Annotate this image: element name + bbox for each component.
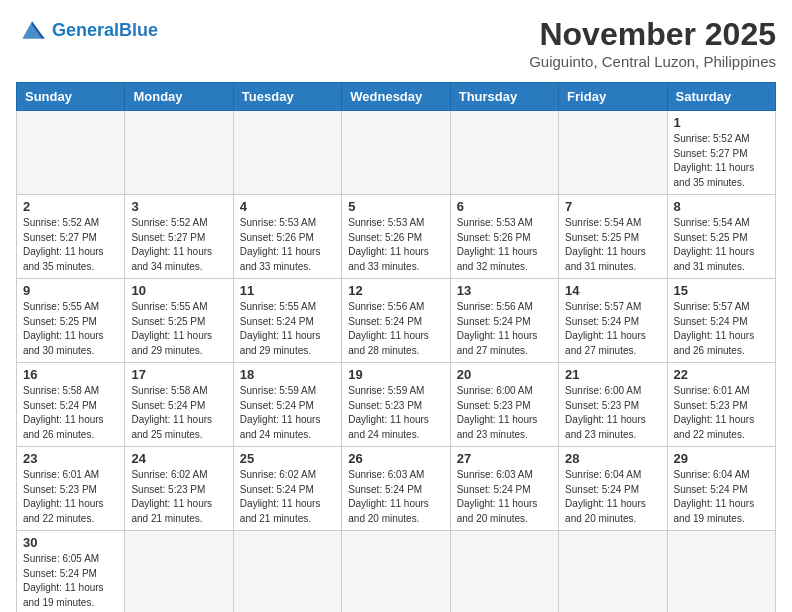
- calendar-cell: 12Sunrise: 5:56 AM Sunset: 5:24 PM Dayli…: [342, 279, 450, 363]
- day-info: Sunrise: 5:55 AM Sunset: 5:25 PM Dayligh…: [131, 300, 226, 358]
- calendar-cell: 21Sunrise: 6:00 AM Sunset: 5:23 PM Dayli…: [559, 363, 667, 447]
- week-row-3: 16Sunrise: 5:58 AM Sunset: 5:24 PM Dayli…: [17, 363, 776, 447]
- day-info: Sunrise: 6:03 AM Sunset: 5:24 PM Dayligh…: [348, 468, 443, 526]
- calendar-cell: 16Sunrise: 5:58 AM Sunset: 5:24 PM Dayli…: [17, 363, 125, 447]
- calendar-cell: 23Sunrise: 6:01 AM Sunset: 5:23 PM Dayli…: [17, 447, 125, 531]
- day-info: Sunrise: 6:00 AM Sunset: 5:23 PM Dayligh…: [565, 384, 660, 442]
- day-number: 11: [240, 283, 335, 298]
- calendar-cell: 24Sunrise: 6:02 AM Sunset: 5:23 PM Dayli…: [125, 447, 233, 531]
- calendar-cell: [17, 111, 125, 195]
- day-info: Sunrise: 5:52 AM Sunset: 5:27 PM Dayligh…: [23, 216, 118, 274]
- calendar-cell: 14Sunrise: 5:57 AM Sunset: 5:24 PM Dayli…: [559, 279, 667, 363]
- day-number: 25: [240, 451, 335, 466]
- day-info: Sunrise: 6:01 AM Sunset: 5:23 PM Dayligh…: [674, 384, 769, 442]
- week-row-4: 23Sunrise: 6:01 AM Sunset: 5:23 PM Dayli…: [17, 447, 776, 531]
- day-number: 4: [240, 199, 335, 214]
- day-number: 16: [23, 367, 118, 382]
- day-number: 13: [457, 283, 552, 298]
- calendar-cell: 27Sunrise: 6:03 AM Sunset: 5:24 PM Dayli…: [450, 447, 558, 531]
- calendar-cell: [559, 531, 667, 613]
- day-info: Sunrise: 6:01 AM Sunset: 5:23 PM Dayligh…: [23, 468, 118, 526]
- weekday-header-wednesday: Wednesday: [342, 83, 450, 111]
- week-row-0: 1Sunrise: 5:52 AM Sunset: 5:27 PM Daylig…: [17, 111, 776, 195]
- calendar-cell: 13Sunrise: 5:56 AM Sunset: 5:24 PM Dayli…: [450, 279, 558, 363]
- day-number: 3: [131, 199, 226, 214]
- calendar-cell: 3Sunrise: 5:52 AM Sunset: 5:27 PM Daylig…: [125, 195, 233, 279]
- day-number: 26: [348, 451, 443, 466]
- weekday-header-saturday: Saturday: [667, 83, 775, 111]
- calendar-cell: [559, 111, 667, 195]
- day-number: 28: [565, 451, 660, 466]
- calendar-cell: 29Sunrise: 6:04 AM Sunset: 5:24 PM Dayli…: [667, 447, 775, 531]
- weekday-header-row: SundayMondayTuesdayWednesdayThursdayFrid…: [17, 83, 776, 111]
- calendar-cell: 26Sunrise: 6:03 AM Sunset: 5:24 PM Dayli…: [342, 447, 450, 531]
- calendar-cell: 17Sunrise: 5:58 AM Sunset: 5:24 PM Dayli…: [125, 363, 233, 447]
- header: GeneralBlue November 2025 Guiguinto, Cen…: [16, 16, 776, 70]
- calendar-cell: 5Sunrise: 5:53 AM Sunset: 5:26 PM Daylig…: [342, 195, 450, 279]
- day-info: Sunrise: 5:53 AM Sunset: 5:26 PM Dayligh…: [348, 216, 443, 274]
- day-info: Sunrise: 6:02 AM Sunset: 5:24 PM Dayligh…: [240, 468, 335, 526]
- calendar-cell: [450, 111, 558, 195]
- weekday-header-tuesday: Tuesday: [233, 83, 341, 111]
- day-info: Sunrise: 5:57 AM Sunset: 5:24 PM Dayligh…: [565, 300, 660, 358]
- calendar-cell: 1Sunrise: 5:52 AM Sunset: 5:27 PM Daylig…: [667, 111, 775, 195]
- day-number: 7: [565, 199, 660, 214]
- day-number: 6: [457, 199, 552, 214]
- calendar-cell: [450, 531, 558, 613]
- title-area: November 2025 Guiguinto, Central Luzon, …: [529, 16, 776, 70]
- day-number: 19: [348, 367, 443, 382]
- day-info: Sunrise: 5:54 AM Sunset: 5:25 PM Dayligh…: [674, 216, 769, 274]
- day-number: 10: [131, 283, 226, 298]
- day-info: Sunrise: 5:52 AM Sunset: 5:27 PM Dayligh…: [131, 216, 226, 274]
- day-number: 18: [240, 367, 335, 382]
- calendar-cell: [125, 111, 233, 195]
- week-row-1: 2Sunrise: 5:52 AM Sunset: 5:27 PM Daylig…: [17, 195, 776, 279]
- calendar-cell: [667, 531, 775, 613]
- day-number: 2: [23, 199, 118, 214]
- location-title: Guiguinto, Central Luzon, Philippines: [529, 53, 776, 70]
- calendar-cell: 9Sunrise: 5:55 AM Sunset: 5:25 PM Daylig…: [17, 279, 125, 363]
- calendar-table: SundayMondayTuesdayWednesdayThursdayFrid…: [16, 82, 776, 612]
- day-info: Sunrise: 5:56 AM Sunset: 5:24 PM Dayligh…: [348, 300, 443, 358]
- calendar-cell: [342, 111, 450, 195]
- calendar-cell: 28Sunrise: 6:04 AM Sunset: 5:24 PM Dayli…: [559, 447, 667, 531]
- day-info: Sunrise: 5:55 AM Sunset: 5:24 PM Dayligh…: [240, 300, 335, 358]
- day-number: 1: [674, 115, 769, 130]
- day-number: 29: [674, 451, 769, 466]
- week-row-5: 30Sunrise: 6:05 AM Sunset: 5:24 PM Dayli…: [17, 531, 776, 613]
- day-info: Sunrise: 5:57 AM Sunset: 5:24 PM Dayligh…: [674, 300, 769, 358]
- logo-general: General: [52, 20, 119, 40]
- day-info: Sunrise: 5:54 AM Sunset: 5:25 PM Dayligh…: [565, 216, 660, 274]
- calendar-cell: 20Sunrise: 6:00 AM Sunset: 5:23 PM Dayli…: [450, 363, 558, 447]
- calendar-cell: 15Sunrise: 5:57 AM Sunset: 5:24 PM Dayli…: [667, 279, 775, 363]
- day-info: Sunrise: 5:59 AM Sunset: 5:23 PM Dayligh…: [348, 384, 443, 442]
- calendar-cell: [233, 111, 341, 195]
- day-info: Sunrise: 5:55 AM Sunset: 5:25 PM Dayligh…: [23, 300, 118, 358]
- calendar-cell: 18Sunrise: 5:59 AM Sunset: 5:24 PM Dayli…: [233, 363, 341, 447]
- day-info: Sunrise: 6:03 AM Sunset: 5:24 PM Dayligh…: [457, 468, 552, 526]
- week-row-2: 9Sunrise: 5:55 AM Sunset: 5:25 PM Daylig…: [17, 279, 776, 363]
- calendar-cell: 2Sunrise: 5:52 AM Sunset: 5:27 PM Daylig…: [17, 195, 125, 279]
- weekday-header-sunday: Sunday: [17, 83, 125, 111]
- day-info: Sunrise: 5:58 AM Sunset: 5:24 PM Dayligh…: [23, 384, 118, 442]
- calendar-cell: 30Sunrise: 6:05 AM Sunset: 5:24 PM Dayli…: [17, 531, 125, 613]
- day-info: Sunrise: 5:56 AM Sunset: 5:24 PM Dayligh…: [457, 300, 552, 358]
- calendar-cell: 6Sunrise: 5:53 AM Sunset: 5:26 PM Daylig…: [450, 195, 558, 279]
- logo-text: GeneralBlue: [52, 21, 158, 39]
- day-info: Sunrise: 5:52 AM Sunset: 5:27 PM Dayligh…: [674, 132, 769, 190]
- day-number: 21: [565, 367, 660, 382]
- day-number: 9: [23, 283, 118, 298]
- calendar-cell: 19Sunrise: 5:59 AM Sunset: 5:23 PM Dayli…: [342, 363, 450, 447]
- calendar-cell: 25Sunrise: 6:02 AM Sunset: 5:24 PM Dayli…: [233, 447, 341, 531]
- day-info: Sunrise: 6:04 AM Sunset: 5:24 PM Dayligh…: [674, 468, 769, 526]
- day-number: 8: [674, 199, 769, 214]
- day-info: Sunrise: 5:53 AM Sunset: 5:26 PM Dayligh…: [457, 216, 552, 274]
- day-info: Sunrise: 6:05 AM Sunset: 5:24 PM Dayligh…: [23, 552, 118, 610]
- weekday-header-monday: Monday: [125, 83, 233, 111]
- day-info: Sunrise: 6:02 AM Sunset: 5:23 PM Dayligh…: [131, 468, 226, 526]
- day-number: 15: [674, 283, 769, 298]
- calendar-cell: 7Sunrise: 5:54 AM Sunset: 5:25 PM Daylig…: [559, 195, 667, 279]
- logo: GeneralBlue: [16, 16, 158, 44]
- calendar-cell: 10Sunrise: 5:55 AM Sunset: 5:25 PM Dayli…: [125, 279, 233, 363]
- day-number: 22: [674, 367, 769, 382]
